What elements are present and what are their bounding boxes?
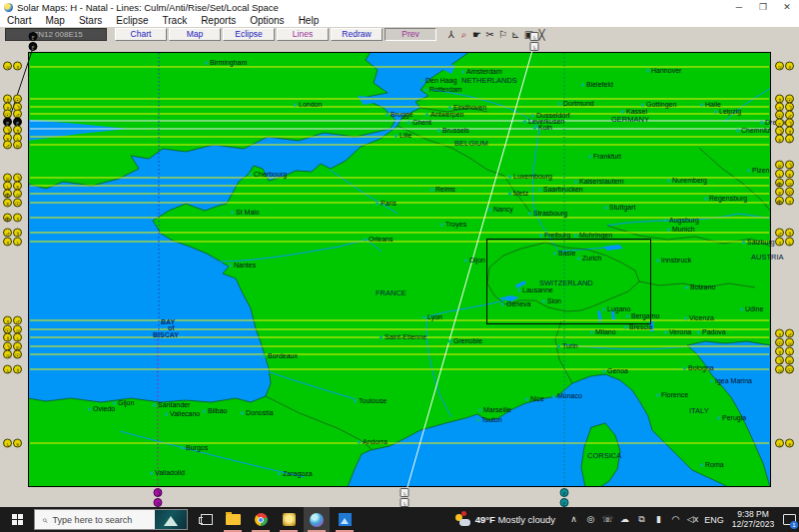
planet-line-glyphs: ⊕♃ <box>3 190 23 199</box>
taskbar-app-file-explorer[interactable] <box>220 507 246 532</box>
record-icon[interactable]: ◎ <box>582 514 599 525</box>
planet-glyph-icon: ☿ <box>13 229 22 238</box>
flag-icon[interactable]: ⚐ <box>496 28 509 41</box>
planet-glyph-icon: ♄ <box>530 32 539 41</box>
toolbar-button-prev[interactable]: Prev <box>385 28 436 41</box>
planet-line-glyphs: ♆☉ <box>3 199 23 208</box>
volume-icon[interactable]: ◁x <box>684 514 701 525</box>
planet-glyph-icon: ♆ <box>13 439 22 448</box>
menu-help[interactable]: Help <box>292 15 327 26</box>
compass-icon[interactable]: ⅄ <box>444 28 457 41</box>
planet-line-glyphs: ♅☽ <box>775 161 795 170</box>
language-indicator[interactable]: ENG <box>701 515 727 525</box>
planet-glyph-icon: ⊕ <box>775 197 784 206</box>
phone-icon[interactable]: ☏ <box>599 514 616 525</box>
toolbar: 47N12 008E15 ChartMapEclipseLinesRedrawP… <box>0 27 799 43</box>
close-button[interactable]: ✕ <box>775 0 799 14</box>
planet-glyph-icon: ♀ <box>3 238 12 247</box>
planet-glyph-icon: ☿ <box>3 333 12 342</box>
line-end-marker: ☽♀ <box>154 488 163 508</box>
planet-glyph-icon: ♀ <box>785 62 794 71</box>
display-icon[interactable]: ⧉ <box>633 514 650 525</box>
planet-glyph-icon: ♄ <box>400 488 409 497</box>
line-end-marker: ♇♇ <box>29 32 38 52</box>
planet-glyph-icon: ♀ <box>13 214 22 223</box>
tray-icons: ∧◎☏☁⧉▮◠◁x <box>565 514 701 525</box>
planet-line-glyphs: ♄♆ <box>3 439 23 448</box>
planet-glyph-icon: ☉ <box>775 338 784 347</box>
chrome-icon <box>255 513 268 526</box>
toolbar-button-map[interactable]: Map <box>169 28 221 41</box>
start-button[interactable] <box>0 507 34 532</box>
planet-line-glyphs: ♀♄ <box>775 238 795 247</box>
planet-glyph-icon: ♃ <box>3 350 12 359</box>
planet-glyph-icon: ♅ <box>785 356 794 365</box>
windows-logo-icon <box>12 514 23 525</box>
taskbar-app-solar-maps[interactable] <box>304 507 330 532</box>
battery-icon[interactable]: ▮ <box>650 514 667 525</box>
line-end-marker: ♄♄ <box>400 488 409 508</box>
planet-line-glyphs: ♀♂ <box>775 329 795 338</box>
minimize-button[interactable]: ─ <box>727 0 751 14</box>
planet-glyph-icon: ♄ <box>13 333 22 342</box>
menu-stars[interactable]: Stars <box>72 15 109 26</box>
planet-glyph-icon: ☿ <box>775 347 784 356</box>
planet-line-glyphs: ♂☿ <box>3 229 23 238</box>
planet-glyph-icon: ♃ <box>775 62 784 71</box>
zoom-icon[interactable]: ⌕ <box>457 28 470 41</box>
planet-glyph-icon: ♆ <box>775 188 784 197</box>
planet-glyph-icon: ♄ <box>13 238 22 247</box>
menu-map[interactable]: Map <box>38 15 71 26</box>
planet-line-glyphs: ☿♄ <box>3 333 23 342</box>
planet-glyph-icon: ♆ <box>785 439 794 448</box>
channel-island <box>246 191 249 193</box>
cut-icon[interactable]: ✂ <box>483 28 496 41</box>
menu-options[interactable]: Options <box>243 15 291 26</box>
planet-glyph-icon: ♆ <box>775 135 784 144</box>
onedrive-icon[interactable]: ☁ <box>616 514 633 525</box>
taskbar-app-gold[interactable] <box>276 507 302 532</box>
planet-glyph-icon: ♄ <box>785 135 794 144</box>
chevron-up-icon[interactable]: ∧ <box>565 514 582 525</box>
clock[interactable]: 9:38 PM12/27/2023 <box>727 510 779 529</box>
search-highlight-art <box>155 510 187 529</box>
menu-chart[interactable]: Chart <box>0 15 38 26</box>
planet-line-glyphs: ☿♄ <box>775 347 795 356</box>
map-client-area[interactable]: BirminghamLondonAmsterdamDen HaagRotterd… <box>0 42 799 507</box>
menu-track[interactable]: Track <box>156 15 195 26</box>
planet-line-glyphs: ♂♅ <box>3 141 23 150</box>
menu-reports[interactable]: Reports <box>194 15 243 26</box>
solar-maps-icon <box>310 513 324 527</box>
planet-glyph-icon: ♂ <box>775 229 784 238</box>
planet-glyph-icon: ♀ <box>13 62 22 71</box>
maximize-button[interactable]: ❐ <box>751 0 775 14</box>
taskbar-search[interactable]: ⌕ Type here to search <box>34 509 188 530</box>
planet-glyph-icon: ♃ <box>13 190 22 199</box>
weather-text[interactable]: 49°F Mostly cloudy <box>475 514 555 525</box>
taskbar-app-photos[interactable] <box>332 507 358 532</box>
toolbar-button-redraw[interactable]: Redraw <box>331 28 383 41</box>
search-icon: ⌕ <box>42 514 48 526</box>
taskbar-app-chrome[interactable] <box>248 507 274 532</box>
wifi-icon[interactable]: ◠ <box>667 514 684 525</box>
toolbar-button-eclipse[interactable]: Eclipse <box>223 28 275 41</box>
measure-icon[interactable]: ⊾ <box>509 28 522 41</box>
weather-icon[interactable] <box>455 513 470 526</box>
planet-glyph-icon: ♅ <box>13 141 22 150</box>
planet-glyph-icon: ♂ <box>3 141 12 150</box>
planet-glyph-icon: ☽ <box>785 161 794 170</box>
hand-icon[interactable]: ☛ <box>470 28 483 41</box>
planet-line-glyphs: ⊕♀ <box>3 214 23 223</box>
menu-eclipse[interactable]: Eclipse <box>109 15 155 26</box>
task-view-button[interactable] <box>196 507 218 532</box>
map-canvas[interactable] <box>0 42 799 507</box>
window-title: Solar Maps: H - Natal - Lines: Culm/Anti… <box>17 2 279 13</box>
planet-glyph-icon: ♄ <box>3 439 12 448</box>
toolbar-button-lines[interactable]: Lines <box>277 28 329 41</box>
planet-glyph-icon: ☉ <box>785 188 794 197</box>
notification-button[interactable]: 1 <box>779 507 799 532</box>
planet-glyph-icon: ☉ <box>13 350 22 359</box>
planet-glyph-icon: ♃ <box>775 365 784 374</box>
planet-glyph-icon: ♄ <box>530 42 539 51</box>
toolbar-button-chart[interactable]: Chart <box>115 28 167 41</box>
